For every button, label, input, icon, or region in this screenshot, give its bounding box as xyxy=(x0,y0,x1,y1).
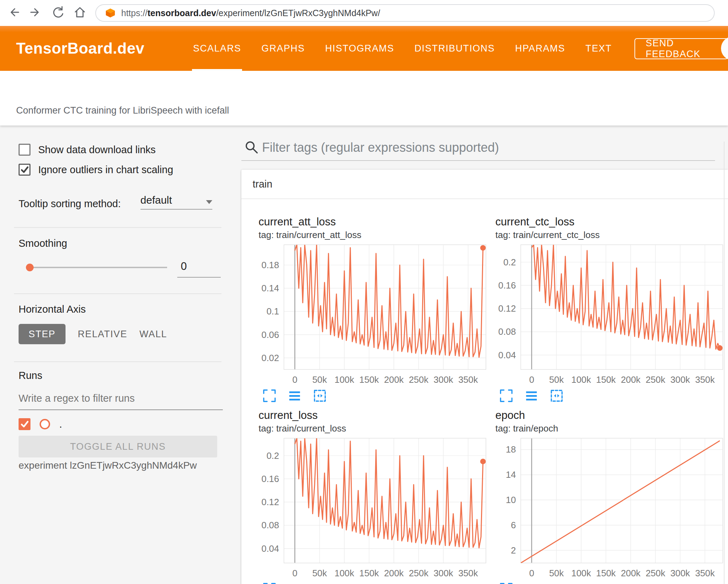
reload-icon[interactable] xyxy=(51,6,64,20)
tab-histograms[interactable]: HISTOGRAMS xyxy=(315,26,404,71)
chart-toolbar xyxy=(262,582,489,584)
data-lines-icon[interactable] xyxy=(287,388,302,403)
tab-graphs[interactable]: GRAPHS xyxy=(251,26,315,71)
svg-text:350k: 350k xyxy=(695,375,715,385)
toggle-all-runs-button[interactable]: TOGGLE ALL RUNS xyxy=(19,436,217,457)
fit-domain-icon[interactable] xyxy=(313,388,327,403)
svg-text:18: 18 xyxy=(506,444,516,454)
chart-card-current-loss: current_loss tag: train/current_loss 0.0… xyxy=(252,409,489,584)
tab-hparams[interactable]: HPARAMS xyxy=(505,26,575,71)
svg-text:300k: 300k xyxy=(670,568,690,578)
tooltip-sorting-dropdown[interactable]: default xyxy=(140,194,212,210)
section-header-train[interactable]: train xyxy=(241,170,728,199)
experiment-subheader: Conformer CTC training for LibriSpeech w… xyxy=(0,71,728,125)
svg-text:200k: 200k xyxy=(384,568,404,578)
chart-title: current_ctc_loss xyxy=(495,215,726,228)
svg-text:150k: 150k xyxy=(359,375,379,385)
svg-text:250k: 250k xyxy=(409,375,428,385)
svg-text:300k: 300k xyxy=(670,375,690,385)
svg-text:200k: 200k xyxy=(621,568,640,578)
svg-text:250k: 250k xyxy=(409,568,428,578)
svg-text:150k: 150k xyxy=(359,568,379,578)
line-chart[interactable]: 0.020.060.10.140.18050k100k150k200k250k3… xyxy=(252,243,489,386)
svg-text:350k: 350k xyxy=(458,568,478,578)
address-bar[interactable]: https://tensorboard.dev/experiment/lzGnE… xyxy=(95,4,715,22)
line-chart[interactable]: 0.040.080.120.160.2050k100k150k200k250k3… xyxy=(252,436,489,579)
forward-icon[interactable] xyxy=(29,6,42,20)
runs-filter-underline xyxy=(19,409,223,410)
chart-tag: tag: train/current_loss xyxy=(259,423,489,434)
home-icon[interactable] xyxy=(73,6,87,20)
app-header: TensorBoard.dev SCALARS GRAPHS HISTOGRAM… xyxy=(0,26,728,71)
svg-text:350k: 350k xyxy=(695,568,715,578)
smoothing-row: Smoothing xyxy=(19,238,67,249)
tooltip-sorting-row: Tooltip sorting method: default xyxy=(19,194,212,210)
ignore-outliers-checkbox[interactable] xyxy=(19,164,30,176)
url-text: https://tensorboard.dev/experiment/lzGnE… xyxy=(121,8,380,18)
svg-text:0.08: 0.08 xyxy=(498,327,516,337)
horizontal-axis-label: Horizontal Axis xyxy=(19,304,86,315)
tooltip-sorting-value: default xyxy=(140,194,172,206)
chart-tag: tag: train/current_ctc_loss xyxy=(495,230,726,240)
svg-text:200k: 200k xyxy=(621,375,640,385)
smoothing-slider-knob[interactable] xyxy=(26,264,34,271)
axis-wall-button[interactable]: WALL xyxy=(139,324,167,344)
runs-filter-input[interactable]: Write a regex to filter runs xyxy=(19,393,135,404)
brand-title: TensorBoard.dev xyxy=(16,40,144,57)
svg-text:2: 2 xyxy=(511,545,516,555)
run-checkbox[interactable] xyxy=(19,418,30,430)
svg-text:0.04: 0.04 xyxy=(498,350,516,360)
svg-text:200k: 200k xyxy=(384,375,404,385)
svg-text:100k: 100k xyxy=(335,375,354,385)
tab-scalars[interactable]: SCALARS xyxy=(183,26,251,71)
svg-text:100k: 100k xyxy=(571,568,591,578)
tab-text[interactable]: TEXT xyxy=(575,26,622,71)
ignore-outliers-label: Ignore outliers in chart scaling xyxy=(38,164,173,176)
svg-text:100k: 100k xyxy=(335,568,354,578)
axis-step-button[interactable]: STEP xyxy=(19,324,66,344)
axis-relative-button[interactable]: RELATIVE xyxy=(78,324,127,344)
svg-text:0.12: 0.12 xyxy=(261,497,279,507)
smoothing-slider-track[interactable] xyxy=(30,267,167,268)
expand-chart-icon[interactable] xyxy=(499,388,514,403)
svg-text:0: 0 xyxy=(529,568,534,578)
expand-chart-icon[interactable] xyxy=(262,582,277,584)
svg-text:0.02: 0.02 xyxy=(261,353,279,363)
divider xyxy=(14,361,221,362)
svg-text:0.14: 0.14 xyxy=(261,283,279,293)
settings-sidebar: Show data download links Ignore outliers… xyxy=(0,125,230,584)
smoothing-value[interactable]: 0 xyxy=(181,260,187,273)
run-name: . xyxy=(59,418,62,430)
tab-distributions[interactable]: DISTRIBUTIONS xyxy=(404,26,505,71)
show-download-checkbox[interactable] xyxy=(19,144,30,156)
expand-chart-icon[interactable] xyxy=(262,388,277,403)
chevron-down-icon xyxy=(206,200,212,204)
show-download-row: Show data download links xyxy=(19,144,156,156)
train-section-card: train current_att_loss tag: train/curren… xyxy=(241,170,728,584)
svg-text:0.1: 0.1 xyxy=(267,306,279,316)
runs-label: Runs xyxy=(19,370,42,381)
fit-domain-icon[interactable] xyxy=(549,388,564,403)
expand-chart-icon[interactable] xyxy=(499,582,514,584)
horizontal-axis-row: Horizontal Axis xyxy=(19,304,86,315)
smoothing-label: Smoothing xyxy=(19,238,67,249)
line-chart[interactable]: 0.040.080.120.160.2050k100k150k200k250k3… xyxy=(489,243,726,386)
chart-title: current_att_loss xyxy=(259,215,489,228)
back-icon[interactable] xyxy=(7,6,20,20)
filter-tags-underline xyxy=(241,160,715,161)
svg-text:50k: 50k xyxy=(549,568,564,578)
divider xyxy=(14,227,221,228)
filter-tags-input[interactable]: Filter tags (regular expressions support… xyxy=(262,140,499,155)
svg-text:0.04: 0.04 xyxy=(261,544,279,554)
send-feedback-button[interactable]: SEND FEEDBACK xyxy=(634,38,728,59)
svg-text:14: 14 xyxy=(506,470,516,480)
ignore-outliers-row: Ignore outliers in chart scaling xyxy=(19,164,173,176)
data-lines-icon[interactable] xyxy=(524,388,539,403)
chart-toolbar xyxy=(262,388,489,403)
svg-text:250k: 250k xyxy=(646,375,665,385)
chart-tag: tag: train/current_att_loss xyxy=(259,230,489,240)
experiment-id-label: experiment lzGnETjwRxC3yghNMd4kPw xyxy=(19,460,197,471)
svg-text:150k: 150k xyxy=(596,568,616,578)
scrollbar[interactable] xyxy=(724,142,724,584)
line-chart[interactable]: 26101418050k100k150k200k250k300k350k xyxy=(489,436,726,579)
